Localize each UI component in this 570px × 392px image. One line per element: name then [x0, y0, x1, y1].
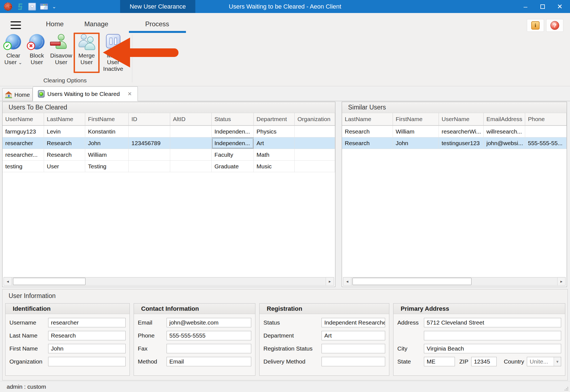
table-cell[interactable]: Research — [342, 137, 393, 149]
app-menu-tab[interactable]: New User Clearance — [120, 0, 195, 13]
table-cell[interactable]: John — [393, 137, 439, 149]
table-cell[interactable]: 555-555-55... — [525, 137, 567, 149]
method-field[interactable]: Email — [167, 357, 251, 366]
zip-field[interactable]: 12345 — [471, 357, 497, 366]
column-header-firstname[interactable]: FirstName — [393, 113, 439, 125]
scroll-right-button[interactable]: ▸ — [326, 277, 334, 286]
table-cell[interactable]: farmguy123 — [2, 126, 44, 137]
tab-home[interactable]: Home — [2, 88, 33, 101]
column-header-phone[interactable]: Phone — [525, 113, 567, 125]
ribbon-tab-manage[interactable]: Manage — [81, 19, 112, 29]
clear-user-button[interactable]: ✔ ClearUser ⌄ — [1, 34, 26, 66]
table-cell[interactable]: Testing — [85, 161, 129, 172]
tab-close-icon[interactable]: ✕ — [128, 91, 132, 97]
state-field[interactable]: ME — [424, 357, 455, 366]
first-name-field[interactable]: John — [48, 344, 126, 353]
horizontal-scrollbar[interactable]: ◂ ▸ — [343, 277, 566, 286]
maximize-button[interactable] — [534, 0, 551, 13]
mark-user-inactive-button[interactable]: Mark UserInactive — [100, 34, 126, 72]
scrollbar-track[interactable] — [351, 277, 557, 286]
scroll-right-button[interactable]: ▸ — [557, 277, 566, 286]
table-cell[interactable] — [170, 126, 212, 137]
table-cell[interactable]: researcher — [2, 137, 44, 149]
table-cell[interactable]: Research — [44, 149, 85, 160]
table-cell[interactable]: testing — [2, 161, 44, 172]
tab-users-waiting-to-be-cleared[interactable]: Users Waiting to be Cleared ✕ — [33, 87, 138, 101]
scrollbar-thumb[interactable] — [13, 278, 86, 285]
column-header-altid[interactable]: AltID — [170, 113, 212, 125]
column-header-lastname[interactable]: LastName — [342, 113, 393, 125]
table-cell[interactable]: testinguser123 — [439, 137, 484, 149]
city-field[interactable]: Virginia Beach — [424, 344, 561, 353]
table-cell[interactable]: John — [85, 137, 129, 149]
table-cell[interactable] — [525, 126, 567, 137]
table-cell[interactable]: Math — [254, 149, 295, 160]
disavow-user-button[interactable]: DisavowUser — [48, 34, 74, 66]
country-select[interactable]: Unite... ▼ — [527, 357, 561, 366]
table-cell[interactable]: Levin — [44, 126, 85, 137]
table-cell[interactable] — [295, 149, 335, 160]
table-cell[interactable] — [129, 161, 170, 172]
address-line2-field[interactable] — [424, 331, 561, 340]
table-cell[interactable]: Physics — [254, 126, 295, 137]
username-field[interactable]: researcher — [48, 318, 126, 327]
email-field[interactable]: john@website.com — [167, 318, 251, 327]
fax-field[interactable] — [167, 344, 251, 353]
column-header-username[interactable]: UserName — [439, 113, 484, 125]
column-header-status[interactable]: Status — [212, 113, 254, 125]
chevron-down-icon[interactable]: ▼ — [554, 357, 561, 366]
block-user-button[interactable]: ✖ BlockUser — [24, 34, 50, 66]
table-row[interactable]: testingUserTestingGraduateMusic — [2, 161, 335, 172]
table-cell[interactable]: Independen... — [212, 137, 254, 149]
column-header-username[interactable]: UserName — [2, 113, 44, 125]
about-button[interactable]: i — [527, 19, 544, 32]
last-name-field[interactable]: Research — [48, 331, 126, 340]
table-cell[interactable]: User — [44, 161, 85, 172]
address-line1-field[interactable]: 5712 Cleveland Street — [424, 318, 561, 327]
table-row[interactable]: ResearchJohntestinguser123john@websi...5… — [342, 137, 567, 149]
ribbon-tab-home[interactable]: Home — [41, 19, 69, 29]
table-cell[interactable]: Music — [254, 161, 295, 172]
table-cell[interactable]: willresearch... — [484, 126, 525, 137]
minimize-button[interactable]: – — [517, 0, 534, 13]
table-cell[interactable]: Graduate — [212, 161, 254, 172]
table-cell[interactable]: 123456789 — [129, 137, 170, 149]
table-cell[interactable] — [170, 161, 212, 172]
table-cell[interactable] — [170, 149, 212, 160]
table-cell[interactable]: Independen... — [212, 126, 254, 137]
table-row[interactable]: ResearchWilliamresearcherWi...willresear… — [342, 126, 567, 137]
table-cell[interactable]: Research — [342, 126, 393, 137]
scroll-left-button[interactable]: ◂ — [4, 277, 12, 286]
table-cell[interactable]: William — [393, 126, 439, 137]
column-header-id[interactable]: ID — [129, 113, 170, 125]
heart-check-icon[interactable]: ♥ — [28, 3, 36, 11]
table-cell[interactable]: Research — [44, 137, 85, 149]
window-style-icon[interactable] — [40, 3, 48, 10]
table-cell[interactable]: researcher... — [2, 149, 44, 160]
table-cell[interactable] — [170, 137, 212, 149]
column-header-emailaddress[interactable]: EmailAddress — [484, 113, 525, 125]
table-cell[interactable]: Faculty — [212, 149, 254, 160]
table-cell[interactable] — [129, 126, 170, 137]
status-field[interactable]: Independent Researcher — [322, 318, 385, 327]
table-cell[interactable]: Art — [254, 137, 295, 149]
organization-field[interactable] — [48, 357, 126, 366]
scroll-left-button[interactable]: ◂ — [343, 277, 351, 286]
column-header-organization[interactable]: Organization — [295, 113, 335, 125]
merge-user-button[interactable]: MergeUser — [74, 34, 99, 66]
resize-grip[interactable] — [564, 386, 569, 391]
chevron-down-icon[interactable]: ⌄ — [52, 4, 56, 9]
column-header-lastname[interactable]: LastName — [44, 113, 85, 125]
table-cell[interactable] — [295, 161, 335, 172]
table-cell[interactable] — [129, 149, 170, 160]
horizontal-scrollbar[interactable]: ◂ ▸ — [3, 277, 334, 286]
table-row[interactable]: researcherResearchJohn123456789Independe… — [2, 137, 335, 149]
chevron-down-icon[interactable]: ⌄ — [18, 60, 22, 65]
department-field[interactable]: Art — [322, 331, 385, 340]
phone-field[interactable]: 555-555-5555 — [167, 331, 251, 340]
close-button[interactable]: ✕ — [551, 0, 568, 13]
scrollbar-track[interactable] — [12, 277, 326, 286]
table-cell[interactable]: Konstantin — [85, 126, 129, 137]
table-cell[interactable] — [295, 137, 335, 149]
table-cell[interactable]: researcherWi... — [439, 126, 484, 137]
